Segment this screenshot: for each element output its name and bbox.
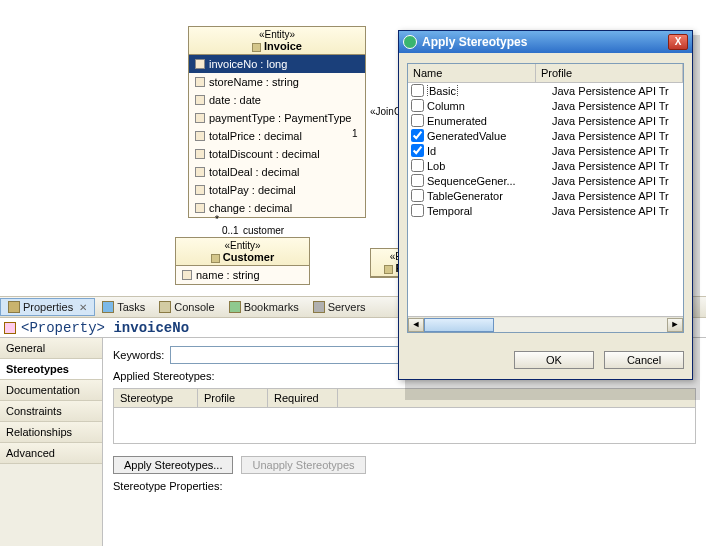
- entity-attr[interactable]: totalPay : decimal: [189, 181, 365, 199]
- property-icon: [195, 113, 205, 123]
- scroll-track[interactable]: [424, 318, 667, 332]
- side-tab-stereotypes[interactable]: Stereotypes: [0, 359, 102, 380]
- list-item[interactable]: IdJava Persistence API Tr: [408, 143, 683, 158]
- stereotype-properties-label: Stereotype Properties:: [113, 480, 696, 492]
- entity-stereotype: «Entity»: [180, 240, 305, 251]
- side-tab-general[interactable]: General: [0, 338, 102, 359]
- apply-stereotypes-button[interactable]: Apply Stereotypes...: [113, 456, 233, 474]
- assoc-mult-one: 1: [352, 128, 358, 139]
- col-name[interactable]: Name: [408, 64, 536, 82]
- stereotype-checkbox[interactable]: [411, 174, 424, 187]
- tab-servers[interactable]: Servers: [306, 299, 373, 315]
- apply-stereotypes-dialog: Apply Stereotypes X Name Profile BasicJa…: [398, 30, 693, 380]
- cell-profile: Java Persistence API Tr: [552, 145, 680, 157]
- property-icon: [195, 203, 205, 213]
- entity-body: invoiceNo : longstoreName : stringdate :…: [189, 55, 365, 217]
- entity-attr[interactable]: date : date: [189, 91, 365, 109]
- cell-profile: Java Persistence API Tr: [552, 175, 680, 187]
- entity-name: Customer: [180, 251, 305, 263]
- entity-icon: [211, 254, 220, 263]
- stereotype-checkbox[interactable]: [411, 204, 424, 217]
- cell-name: Temporal: [427, 205, 552, 217]
- list-item[interactable]: TableGeneratorJava Persistence API Tr: [408, 188, 683, 203]
- tab-properties[interactable]: Properties✕: [0, 298, 95, 316]
- cancel-button[interactable]: Cancel: [604, 351, 684, 369]
- property-icon: [195, 149, 205, 159]
- console-icon: [159, 301, 171, 313]
- dialog-titlebar[interactable]: Apply Stereotypes X: [399, 31, 692, 53]
- cell-profile: Java Persistence API Tr: [552, 205, 680, 217]
- servers-icon: [313, 301, 325, 313]
- close-icon[interactable]: ✕: [79, 302, 87, 313]
- entity-customer[interactable]: «Entity» Customer name : string: [175, 237, 310, 285]
- cell-name: Column: [427, 100, 552, 112]
- stereotype-checkbox[interactable]: [411, 114, 424, 127]
- side-tabs: GeneralStereotypesDocumentationConstrain…: [0, 338, 103, 546]
- entity-attr[interactable]: totalDeal : decimal: [189, 163, 365, 181]
- col-stereotype[interactable]: Stereotype: [114, 389, 198, 407]
- tab-tasks[interactable]: Tasks: [95, 299, 152, 315]
- stereotype-checkbox[interactable]: [411, 99, 424, 112]
- cell-name: Lob: [427, 160, 552, 172]
- tab-console[interactable]: Console: [152, 299, 221, 315]
- list-item[interactable]: BasicJava Persistence API Tr: [408, 83, 683, 98]
- col-profile[interactable]: Profile: [536, 64, 683, 82]
- list-item[interactable]: ColumnJava Persistence API Tr: [408, 98, 683, 113]
- ok-button[interactable]: OK: [514, 351, 594, 369]
- stereotype-checkbox[interactable]: [411, 129, 424, 142]
- cell-profile: Java Persistence API Tr: [552, 100, 680, 112]
- cell-name: TableGenerator: [427, 190, 552, 202]
- list-item[interactable]: GeneratedValueJava Persistence API Tr: [408, 128, 683, 143]
- stereotype-checkbox[interactable]: [411, 84, 424, 97]
- entity-name: Invoice: [193, 40, 361, 52]
- cell-name: Id: [427, 145, 552, 157]
- list-item[interactable]: EnumeratedJava Persistence API Tr: [408, 113, 683, 128]
- cell-profile: Java Persistence API Tr: [552, 85, 680, 97]
- scroll-thumb[interactable]: [424, 318, 494, 332]
- properties-icon: [8, 301, 20, 313]
- side-tab-relationships[interactable]: Relationships: [0, 422, 102, 443]
- side-tab-advanced[interactable]: Advanced: [0, 443, 102, 464]
- entity-header: «Entity» Customer: [176, 238, 309, 266]
- cell-name: Basic: [427, 85, 552, 97]
- stereotype-checkbox[interactable]: [411, 189, 424, 202]
- scroll-left-button[interactable]: ◄: [408, 318, 424, 332]
- entity-icon: [384, 265, 393, 274]
- entity-attr[interactable]: paymentType : PaymentType: [189, 109, 365, 127]
- entity-invoice[interactable]: «Entity» Invoice invoiceNo : longstoreNa…: [188, 26, 366, 218]
- list-item[interactable]: SequenceGener...Java Persistence API Tr: [408, 173, 683, 188]
- dialog-title: Apply Stereotypes: [422, 35, 527, 49]
- col-profile[interactable]: Profile: [198, 389, 268, 407]
- property-icon: [195, 77, 205, 87]
- list-rows: BasicJava Persistence API TrColumnJava P…: [408, 83, 683, 316]
- property-icon: [195, 59, 205, 69]
- dialog-close-button[interactable]: X: [668, 34, 688, 50]
- col-required[interactable]: Required: [268, 389, 338, 407]
- tab-bookmarks[interactable]: Bookmarks: [222, 299, 306, 315]
- entity-icon: [252, 43, 261, 52]
- entity-stereotype: «Entity»: [193, 29, 361, 40]
- property-icon: [4, 322, 16, 334]
- side-tab-constraints[interactable]: Constraints: [0, 401, 102, 422]
- assoc-mult-star: *: [215, 214, 219, 225]
- entity-attr[interactable]: storeName : string: [189, 73, 365, 91]
- bookmarks-icon: [229, 301, 241, 313]
- assoc-range: 0..1: [222, 225, 239, 236]
- stereotype-list[interactable]: Name Profile BasicJava Persistence API T…: [407, 63, 684, 333]
- entity-attr[interactable]: invoiceNo : long: [189, 55, 365, 73]
- property-icon: [195, 185, 205, 195]
- stereotype-checkbox[interactable]: [411, 159, 424, 172]
- dialog-body: Name Profile BasicJava Persistence API T…: [399, 53, 692, 343]
- assoc-role: customer: [243, 225, 284, 236]
- stereotype-checkbox[interactable]: [411, 144, 424, 157]
- scroll-right-button[interactable]: ►: [667, 318, 683, 332]
- entity-attr[interactable]: name : string: [176, 266, 309, 284]
- horizontal-scrollbar[interactable]: ◄ ►: [408, 316, 683, 332]
- side-tab-documentation[interactable]: Documentation: [0, 380, 102, 401]
- list-item[interactable]: TemporalJava Persistence API Tr: [408, 203, 683, 218]
- entity-attr[interactable]: totalDiscount : decimal: [189, 145, 365, 163]
- list-header: Name Profile: [408, 64, 683, 83]
- entity-attr[interactable]: totalPrice : decimal: [189, 127, 365, 145]
- list-item[interactable]: LobJava Persistence API Tr: [408, 158, 683, 173]
- keywords-label: Keywords:: [113, 349, 164, 361]
